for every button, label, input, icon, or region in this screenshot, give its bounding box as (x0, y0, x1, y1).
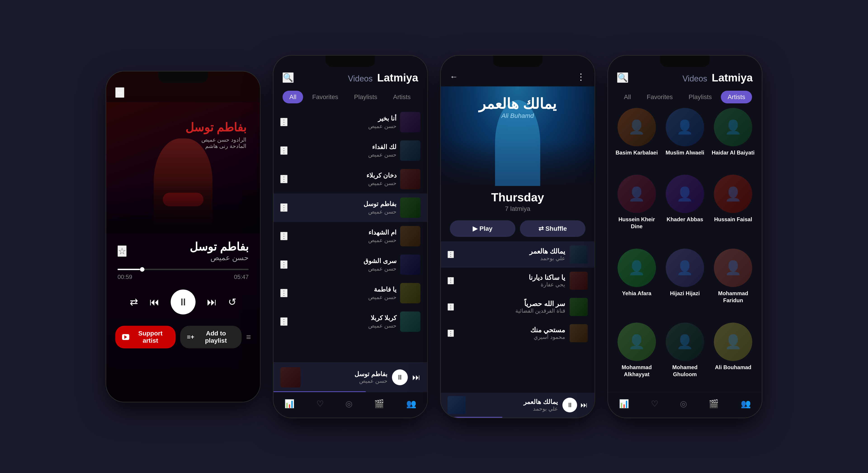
artist-name: Basim Karbalaei (616, 149, 658, 156)
phone-notch (326, 56, 375, 67)
progress-thumb (140, 267, 145, 272)
add-to-playlist-button[interactable]: ≡+ Add to playlist (180, 326, 242, 348)
track-menu-button[interactable]: ⋮ (447, 277, 454, 284)
avatar-image: 👤 (714, 108, 752, 146)
queue-button[interactable]: ≡ (246, 332, 251, 342)
playlist-label: Add to playlist (197, 330, 235, 344)
youtube-play-icon (124, 335, 127, 339)
pause-button[interactable]: ⏸ (170, 290, 195, 315)
artist-card[interactable]: 👤 Mohammad Alkhayyat (615, 323, 658, 392)
track-menu-button[interactable]: ⋮ (280, 203, 287, 212)
track-thumbnail (400, 312, 421, 332)
artist-card[interactable]: 👤 Hijazi Hijazi (663, 248, 707, 318)
tab-favorites[interactable]: Favorites (305, 91, 345, 104)
artist-figure: 👤 (666, 323, 704, 361)
artist-card[interactable]: 👤 Khader Abbas (663, 175, 707, 244)
tab-artists[interactable]: Artists (386, 91, 417, 104)
track-list: ⋮ أنا بخير حسن عميص ⋮ لك الفداء حسن عميص… (274, 108, 427, 362)
artist-card[interactable]: 👤 Basim Karbalaei (615, 108, 658, 170)
track-menu-button[interactable]: ⋮ (447, 330, 454, 337)
tab-playlists[interactable]: Playlists (682, 91, 719, 104)
nav-home[interactable]: 📊 (278, 397, 301, 411)
tab-playlists[interactable]: Playlists (347, 91, 384, 104)
bottom-actions: Support artist ≡+ Add to playlist ≡ (106, 321, 260, 353)
artist-figure: 👤 (714, 175, 752, 213)
track-menu-button[interactable]: ⋮ (447, 303, 454, 311)
nav-artists[interactable]: 👥 (399, 397, 423, 411)
filter-tabs: All Favorites Playlists Artists (608, 88, 762, 108)
tab-favorites[interactable]: Favorites (640, 91, 680, 104)
action-buttons: ▶ Play ⇄ Shuffle (441, 217, 594, 241)
track-menu-button[interactable]: ⋮ (280, 260, 287, 269)
track-artist: حسن عميص (291, 152, 397, 158)
nav-home[interactable]: 📊 (612, 397, 636, 411)
track-thumbnail (400, 141, 421, 161)
track-menu-button[interactable]: ⋮ (280, 175, 287, 183)
previous-button[interactable]: ⏮ (149, 296, 159, 308)
track-artist: يحي عفارة (458, 282, 565, 288)
artist-card[interactable]: 👤 Hussain Faisal (711, 175, 755, 244)
artist-card[interactable]: 👤 Hussein Kheir Dine (615, 175, 658, 244)
shuffle-button[interactable]: ⇄ Shuffle (520, 220, 585, 237)
artist-figure: 👤 (618, 323, 656, 361)
track-name: سرى الشوق (291, 257, 397, 265)
search-button[interactable]: 🔍 (617, 72, 628, 83)
app-title: Latmiya (377, 71, 418, 84)
artist-card[interactable]: 👤 Muslim Alwaeli (663, 108, 707, 170)
mini-next-button[interactable]: ⏭ (581, 401, 588, 409)
back-button[interactable]: ← (450, 72, 458, 82)
repeat-button[interactable]: ↺ (228, 296, 237, 308)
youtube-icon (122, 334, 129, 340)
total-time: 05:47 (234, 273, 249, 280)
now-playing-bar: يمالك هالعمر علي بوحمد ⏸ ⏭ (441, 393, 594, 418)
artist-card[interactable]: 👤 Mohamed Ghuloom (663, 323, 707, 392)
progress-bar[interactable] (118, 269, 249, 270)
app-title: Latmiya (712, 71, 753, 84)
nav-videos[interactable]: 🎬 (702, 397, 725, 411)
artist-avatar: 👤 (714, 175, 752, 213)
track-menu-button[interactable]: ⋮ (280, 289, 287, 297)
progress-fill (118, 269, 140, 270)
nav-favorites[interactable]: ♡ (310, 397, 331, 411)
more-menu-button[interactable]: ⋮ (577, 71, 585, 82)
nav-library[interactable]: ◎ (339, 397, 359, 411)
track-menu-button[interactable]: ⋮ (280, 118, 287, 126)
search-button[interactable]: 🔍 (283, 72, 293, 83)
track-name: لك الفداء (291, 143, 397, 151)
list-item: ⋮ أنا بخير حسن عميص (274, 108, 427, 137)
track-menu-button[interactable]: ⋮ (447, 251, 454, 258)
artist-card[interactable]: 👤 Yehia Afara (615, 248, 658, 318)
support-artist-button[interactable]: Support artist (115, 326, 176, 348)
back-button[interactable]: ← (115, 87, 124, 98)
mini-next-button[interactable]: ⏭ (412, 373, 421, 382)
tab-all[interactable]: All (617, 91, 638, 104)
track-info: دخان كربلاء حسن عميص (291, 172, 397, 186)
track-artist: حسن عميص (291, 294, 397, 300)
nav-artists[interactable]: 👥 (734, 397, 758, 411)
now-playing-title: يمالك هالعمر (470, 398, 558, 406)
shuffle-button[interactable]: ⇄ (130, 296, 138, 308)
nav-favorites[interactable]: ♡ (644, 397, 665, 411)
artist-name: Mohamed Ghuloom (663, 364, 707, 378)
next-button[interactable]: ⏭ (207, 296, 217, 308)
track-info: يا فاطمة حسن عميص (291, 286, 397, 300)
nav-videos[interactable]: 🎬 (367, 397, 391, 411)
track-artist: محمود أسيري (458, 334, 565, 340)
nav-library[interactable]: ◎ (673, 397, 694, 411)
artist-card[interactable]: 👤 Ali Bouhamad (711, 323, 755, 392)
artist-card[interactable]: 👤 Mohammad Faridun (711, 248, 755, 318)
mini-pause-button[interactable]: ⏸ (392, 369, 408, 385)
track-artist: حسن عميص (291, 266, 397, 272)
tab-artists[interactable]: Artists (721, 91, 752, 104)
favorite-button[interactable]: ☆ (118, 245, 127, 257)
list-item: ⋮ ام الشهداء حسن عميص (274, 222, 427, 250)
track-menu-button[interactable]: ⋮ (280, 232, 287, 240)
artist-card[interactable]: 👤 Haidar Al Baiyati (711, 108, 755, 170)
mini-pause-button[interactable]: ⏸ (562, 398, 577, 412)
play-button[interactable]: ▶ Play (450, 220, 515, 237)
track-menu-button[interactable]: ⋮ (280, 317, 287, 326)
tab-all[interactable]: All (283, 91, 303, 104)
track-thumbnail (569, 324, 588, 342)
artist-figure: 👤 (714, 108, 752, 146)
track-menu-button[interactable]: ⋮ (280, 146, 287, 155)
